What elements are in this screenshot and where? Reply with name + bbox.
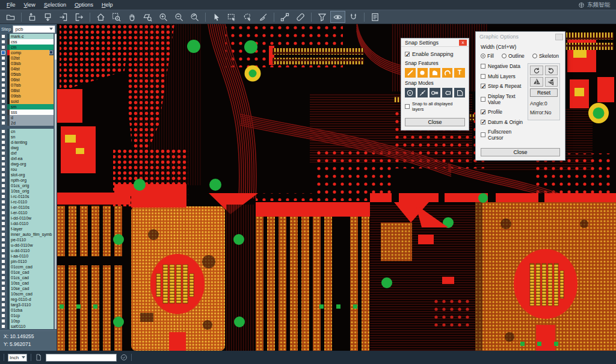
- layer-visibility-checkbox[interactable]: [1, 281, 5, 285]
- layer-row[interactable]: 10ss_orig: [0, 188, 54, 194]
- open-button[interactable]: [3, 11, 18, 23]
- layer-visibility-checkbox[interactable]: [1, 173, 5, 177]
- menu-item[interactable]: Help: [97, 1, 117, 8]
- layer-row[interactable]: dwg-org: [0, 161, 54, 167]
- layer-row[interactable]: comp: [0, 50, 54, 55]
- import-one-button[interactable]: [25, 11, 40, 23]
- layer-visibility-checkbox[interactable]: [1, 88, 5, 93]
- radio-icon[interactable]: [532, 54, 537, 58]
- layer-visibility-checkbox[interactable]: [1, 146, 5, 150]
- surface-snap-button[interactable]: [430, 68, 440, 78]
- layer-visibility-checkbox[interactable]: [1, 167, 5, 171]
- sync-check-button[interactable]: [120, 354, 128, 361]
- close-icon[interactable]: x: [459, 40, 467, 46]
- layers-scrollbar[interactable]: [54, 34, 57, 329]
- zoom-area-button[interactable]: [140, 11, 155, 23]
- layer-row[interactable]: 08lst: [0, 88, 54, 93]
- layer-row[interactable]: i-dd-0110: [0, 221, 54, 226]
- graphic-dialog-titlebar[interactable]: Graphic Options: [476, 32, 565, 42]
- layer-visibility-checkbox[interactable]: [1, 99, 5, 103]
- layer-row[interactable]: 01cp: [0, 313, 54, 318]
- enable-snapping-checkbox[interactable]: [405, 52, 410, 57]
- menu-item[interactable]: File: [2, 1, 20, 8]
- layer-row[interactable]: sss: [0, 110, 54, 115]
- layer-row[interactable]: inner_auto_film_symb: [0, 232, 54, 237]
- layer-row[interactable]: 2d: [0, 120, 54, 126]
- layer-row[interactable]: d-tenting: [0, 140, 54, 145]
- layer-row[interactable]: pe-0110: [0, 237, 54, 242]
- layer-visibility-checkbox[interactable]: [1, 151, 5, 155]
- layer-row[interactable]: sm: [0, 104, 54, 110]
- intersection-snap-button[interactable]: [417, 88, 428, 97]
- graphic-checkbox-row[interactable]: Datum & Origin: [481, 119, 525, 125]
- layer-visibility-checkbox[interactable]: [1, 56, 5, 60]
- pcb-canvas[interactable]: Snap Settings x Enable Snapping Snap Fea…: [57, 24, 616, 351]
- layer-visibility-checkbox[interactable]: [1, 259, 5, 264]
- center-snap-button[interactable]: [405, 88, 416, 97]
- layer-row[interactable]: i-er-0110: [0, 210, 54, 215]
- text-snap-button[interactable]: T: [454, 68, 465, 78]
- graphic-close-button[interactable]: Close: [481, 148, 560, 156]
- layer-row[interactable]: 10sp: [0, 318, 54, 324]
- layer-visibility-checkbox[interactable]: [1, 221, 5, 226]
- unit-select[interactable]: Inch: [8, 354, 27, 362]
- layer-visibility-checkbox[interactable]: [1, 238, 5, 242]
- layer-visibility-checkbox[interactable]: [1, 94, 5, 98]
- layer-visibility-checkbox[interactable]: [1, 254, 5, 258]
- layer-visibility-checkbox[interactable]: [1, 40, 5, 44]
- graphic-checkbox-row[interactable]: Display Text Value: [481, 93, 525, 105]
- circle-snap-button[interactable]: [417, 68, 428, 78]
- layer-visibility-checkbox[interactable]: [1, 227, 5, 231]
- layer-row[interactable]: pin-0110: [0, 259, 54, 264]
- layer-visibility-checkbox[interactable]: [1, 205, 5, 209]
- layer-visibility-checkbox[interactable]: [1, 292, 5, 296]
- page-button[interactable]: [35, 354, 42, 361]
- layer-row[interactable]: d: [0, 115, 54, 120]
- layer-visibility-checkbox[interactable]: [1, 303, 5, 307]
- line-snap-button[interactable]: [405, 68, 416, 78]
- graphic-checkbox-row[interactable]: Negative Data: [481, 63, 525, 69]
- layer-row[interactable]: targ3-0110: [0, 302, 54, 307]
- layer-row[interactable]: cn: [0, 129, 54, 134]
- layer-visibility-checkbox[interactable]: [1, 140, 5, 144]
- layer-visibility-checkbox[interactable]: [1, 178, 5, 182]
- measure-button[interactable]: [277, 11, 292, 23]
- close-icon[interactable]: [555, 34, 563, 40]
- layer-row[interactable]: dxf: [0, 150, 54, 156]
- layer-row[interactable]: 07lsb: [0, 82, 54, 88]
- zoom-previous-button[interactable]: [187, 11, 202, 23]
- layer-visibility-checkbox[interactable]: [1, 135, 5, 139]
- layer-row[interactable]: u-dd-0110w: [0, 242, 54, 248]
- layer-visibility-checkbox[interactable]: [1, 51, 5, 55]
- pad-snap-button[interactable]: [430, 88, 440, 97]
- snap-dialog-titlebar[interactable]: Snap Settings x: [401, 39, 469, 47]
- layer-row[interactable]: 10ss_cad: [0, 280, 54, 286]
- width-radio[interactable]: Skeleton: [532, 53, 559, 59]
- arc-snap-button[interactable]: [442, 68, 453, 78]
- layer-row[interactable]: slot-org: [0, 172, 54, 177]
- layer-visibility-checkbox[interactable]: [1, 297, 5, 301]
- layer-visibility-checkbox[interactable]: [1, 72, 5, 76]
- layer-row[interactable]: i-er-0110s: [0, 205, 54, 210]
- brush-button[interactable]: [256, 11, 271, 23]
- layer-row[interactable]: i-aa-0110: [0, 253, 54, 259]
- layer-row[interactable]: 01cba: [0, 307, 54, 313]
- layer-row[interactable]: 04lst: [0, 66, 54, 72]
- mirror-vertical-button[interactable]: [545, 77, 558, 87]
- layer-visibility-checkbox[interactable]: [1, 78, 5, 82]
- graphic-checkbox-row[interactable]: Profile: [481, 109, 525, 115]
- layer-row[interactable]: u-dd-0110: [0, 248, 54, 253]
- layer-row[interactable]: saf0110: [0, 324, 54, 329]
- layer-row[interactable]: i-rc-0110: [0, 199, 54, 205]
- layer-visibility-checkbox[interactable]: [1, 308, 5, 312]
- filter-button[interactable]: [315, 11, 330, 23]
- layer-row[interactable]: i-dd-0110w: [0, 215, 54, 221]
- select-polygon-button[interactable]: [240, 11, 255, 23]
- layer-row[interactable]: 01ce_cad: [0, 270, 54, 275]
- graphic-checkbox[interactable]: [481, 74, 485, 79]
- layer-visibility-checkbox[interactable]: [1, 324, 5, 329]
- sign-in-button[interactable]: [56, 11, 71, 23]
- layer-visibility-checkbox[interactable]: [1, 216, 5, 220]
- graphic-checkbox[interactable]: [481, 132, 485, 137]
- graphic-checkbox-row[interactable]: Fullscreen Cursor: [481, 129, 525, 141]
